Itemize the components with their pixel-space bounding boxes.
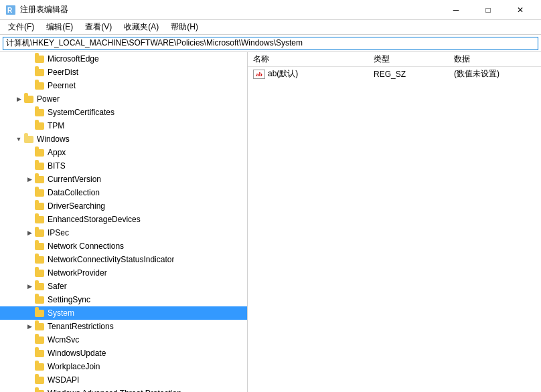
tree-item-systemcerts[interactable]: SystemCertificates	[0, 106, 247, 119]
title-bar: R 注册表编辑器 ─ □ ✕	[0, 0, 541, 20]
tree-item-networkcsi[interactable]: NetworkConnectivityStatusIndicator	[0, 253, 247, 266]
folder-icon-tenantrestrictions	[35, 321, 46, 332]
tree-item-driversearching[interactable]: DriverSearching	[0, 199, 247, 213]
folder-icon-networkconn	[35, 241, 46, 252]
tree-label-microsoftedge: MicrosoftEdge	[48, 54, 99, 64]
col-header-type: 类型	[368, 52, 449, 67]
tree-label-networkconn: Network Connections	[48, 241, 124, 251]
tree-label-tenantrestrictions: TenantRestrictions	[48, 322, 114, 331]
expand-arrow-safer[interactable]	[24, 281, 35, 292]
menu-item-a[interactable]: 收藏夹(A)	[119, 20, 164, 34]
tree-item-tenantrestrictions[interactable]: TenantRestrictions	[0, 320, 247, 333]
tree-item-peerdist[interactable]: PeerDist	[0, 66, 247, 79]
tree-item-settingsync[interactable]: SettingSync	[0, 293, 247, 306]
col-header-data: 数据	[449, 52, 541, 67]
expand-arrow-ipsec[interactable]	[24, 227, 35, 238]
folder-icon-wcmsvc	[35, 334, 46, 345]
folder-icon-settingsync	[35, 294, 46, 305]
detail-cell-type: REG_SZ	[368, 67, 449, 82]
window-controls: ─ □ ✕	[441, 0, 536, 20]
tree-label-windowsupdate: WindowsUpdate	[48, 349, 106, 358]
col-header-name: 名称	[248, 52, 368, 67]
folder-icon-networkcsi	[35, 254, 46, 265]
detail-cell-name: abab(默认)	[248, 67, 368, 82]
folder-icon-workplacejoin	[35, 361, 46, 372]
menu-item-f[interactable]: 文件(F)	[3, 20, 40, 34]
tree-item-system[interactable]: System	[0, 306, 247, 320]
folder-icon-systemcerts	[35, 107, 46, 118]
tree-item-wcmsvc[interactable]: WcmSvc	[0, 333, 247, 347]
tree-label-currentversion: CurrentVersion	[48, 175, 101, 184]
app-icon: R	[5, 5, 16, 15]
tree-item-ipsec[interactable]: IPSec	[0, 226, 247, 239]
detail-cell-data: (数值未设置)	[449, 67, 541, 82]
folder-icon-networkprovider	[35, 268, 46, 278]
expand-arrow-power[interactable]	[13, 94, 24, 104]
menu-item-h[interactable]: 帮助(H)	[165, 20, 204, 34]
tree-label-driversearching: DriverSearching	[48, 201, 105, 211]
tree-item-power[interactable]: Power	[0, 92, 247, 106]
tree-label-windowsadvanced: Windows Advanced Threat Protection	[48, 389, 181, 392]
folder-icon-datacollection	[35, 187, 46, 198]
tree-label-workplacejoin: WorkplaceJoin	[48, 362, 100, 371]
tree-panel[interactable]: MicrosoftEdgePeerDistPeernetPowerSystemC…	[0, 52, 248, 392]
tree-item-networkconn[interactable]: Network Connections	[0, 239, 247, 253]
menu-item-e[interactable]: 编辑(E)	[41, 20, 78, 34]
address-input[interactable]	[3, 37, 538, 50]
menu-bar: 文件(F)编辑(E)查看(V)收藏夹(A)帮助(H)	[0, 20, 541, 35]
folder-icon-bits	[35, 161, 46, 171]
folder-icon-currentversion	[35, 174, 46, 185]
folder-icon-ipsec	[35, 227, 46, 238]
tree-item-currentversion[interactable]: CurrentVersion	[0, 173, 247, 186]
tree-item-datacollection[interactable]: DataCollection	[0, 186, 247, 199]
folder-icon-windowsadvanced	[35, 388, 46, 392]
tree-item-windowsupdate[interactable]: WindowsUpdate	[0, 347, 247, 360]
tree-label-peerdist: PeerDist	[48, 68, 78, 77]
minimize-button[interactable]: ─	[441, 0, 471, 20]
main-content: MicrosoftEdgePeerDistPeernetPowerSystemC…	[0, 52, 541, 392]
tree-item-windows[interactable]: Windows	[0, 132, 247, 146]
detail-panel: 名称 类型 数据 abab(默认)REG_SZ(数值未设置)	[248, 52, 541, 392]
tree-item-appx[interactable]: Appx	[0, 146, 247, 159]
tree-label-enhancedstorage: EnhancedStorageDevices	[48, 215, 141, 224]
folder-icon-wsdapi	[35, 375, 46, 385]
tree-item-bits[interactable]: BITS	[0, 159, 247, 173]
tree-label-tpm: TPM	[48, 121, 64, 130]
tree-item-enhancedstorage[interactable]: EnhancedStorageDevices	[0, 213, 247, 226]
tree-label-peernet: Peernet	[48, 81, 76, 90]
address-bar	[0, 35, 541, 52]
folder-icon-enhancedstorage	[35, 214, 46, 225]
folder-icon-peernet	[35, 80, 46, 91]
menu-item-v[interactable]: 查看(V)	[80, 20, 117, 34]
folder-icon-safer	[35, 281, 46, 292]
expand-arrow-currentversion[interactable]	[24, 174, 35, 185]
maximize-button[interactable]: □	[473, 0, 504, 20]
folder-icon-driversearching	[35, 201, 46, 211]
folder-icon-peerdist	[35, 67, 46, 78]
folder-icon-microsoftedge	[35, 54, 46, 64]
tree-item-workplacejoin[interactable]: WorkplaceJoin	[0, 360, 247, 373]
tree-item-networkprovider[interactable]: NetworkProvider	[0, 266, 247, 280]
expand-arrow-windows[interactable]	[13, 134, 24, 144]
tree-label-appx: Appx	[48, 148, 66, 157]
tree-item-microsoftedge[interactable]: MicrosoftEdge	[0, 52, 247, 66]
tree-item-safer[interactable]: Safer	[0, 280, 247, 293]
tree-label-settingsync: SettingSync	[48, 295, 90, 304]
tree-item-tpm[interactable]: TPM	[0, 119, 247, 132]
tree-item-wsdapi[interactable]: WSDAPI	[0, 373, 247, 387]
tree-label-networkprovider: NetworkProvider	[48, 268, 107, 278]
tree-item-peernet[interactable]: Peernet	[0, 79, 247, 92]
close-button[interactable]: ✕	[505, 0, 536, 20]
folder-icon-power	[24, 94, 35, 104]
tree-item-windowsadvanced[interactable]: Windows Advanced Threat Protection	[0, 387, 247, 392]
tree-label-power: Power	[37, 94, 60, 104]
tree-label-safer: Safer	[48, 282, 67, 291]
expand-arrow-tenantrestrictions[interactable]	[24, 321, 35, 332]
folder-icon-tpm	[35, 120, 46, 131]
folder-icon-appx	[35, 147, 46, 158]
detail-row[interactable]: abab(默认)REG_SZ(数值未设置)	[248, 67, 541, 82]
tree-label-systemcerts: SystemCertificates	[48, 108, 114, 117]
tree-label-ipsec: IPSec	[48, 228, 69, 237]
tree-label-system: System	[48, 308, 74, 318]
title-bar-left: R 注册表编辑器	[5, 4, 68, 15]
